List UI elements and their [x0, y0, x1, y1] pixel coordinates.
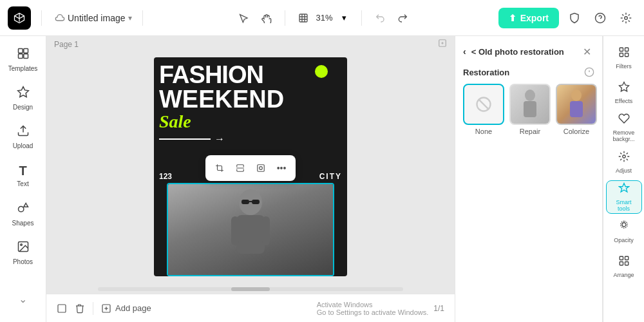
- topbar-divider: [41, 10, 42, 26]
- shield-icon-btn[interactable]: [564, 8, 585, 28]
- bottom-right: Activate WindowsGo to Settings to activa…: [317, 301, 444, 316]
- smart-tools-icon: [618, 182, 630, 197]
- help-icon-btn[interactable]: [590, 8, 611, 28]
- option-thumb-repair[interactable]: [509, 84, 551, 125]
- crop-btn[interactable]: [211, 159, 229, 177]
- photo-container[interactable]: [167, 183, 334, 276]
- fashion-number: 123: [159, 172, 172, 181]
- effects-icon: [618, 81, 630, 96]
- option-thumb-colorize[interactable]: [556, 84, 597, 125]
- left-sidebar: Templates Design Upload T Text Shapes: [0, 36, 46, 322]
- panel-close-btn[interactable]: ✕: [579, 44, 594, 59]
- more-btn[interactable]: •••: [272, 159, 290, 177]
- redo-btn[interactable]: [393, 8, 413, 28]
- delete-page-btn[interactable]: [75, 303, 85, 314]
- cloud-icon: [55, 13, 65, 23]
- person-silhouette: [225, 188, 276, 272]
- hand-tool-btn[interactable]: [256, 8, 277, 28]
- main-area: Templates Design Upload T Text Shapes: [0, 36, 644, 322]
- svg-rect-28: [524, 101, 536, 117]
- adjust-btn[interactable]: Adjust: [606, 146, 642, 179]
- fashion-sale: Sale: [159, 111, 342, 132]
- floating-toolbar: •••: [205, 155, 296, 181]
- svg-rect-0: [299, 14, 307, 22]
- restoration-option-colorize[interactable]: Colorize: [556, 84, 597, 135]
- svg-rect-14: [262, 216, 270, 245]
- sidebar-item-text[interactable]: T Text: [4, 157, 43, 193]
- canvas[interactable]: FASHION WEEKEND Sale → 123 CITY: [154, 57, 347, 276]
- close-icon: ✕: [583, 46, 591, 57]
- remove-bg-btn[interactable]: Removebackgr...: [606, 111, 642, 144]
- sidebar-item-photos[interactable]: Photos: [4, 234, 43, 270]
- none-circle-slash: [475, 95, 493, 113]
- zoom-dropdown-btn[interactable]: ▾: [336, 9, 354, 27]
- sidebar-expand-btn[interactable]: ⌄: [4, 281, 43, 317]
- arrange-btn[interactable]: Arrange: [606, 250, 642, 283]
- mask-btn[interactable]: [252, 159, 270, 177]
- flip-btn[interactable]: [231, 159, 249, 177]
- add-page-btn[interactable]: Add page: [101, 303, 151, 314]
- sidebar-item-shapes[interactable]: Shapes: [4, 196, 43, 232]
- canvas-scrollbar[interactable]: [46, 286, 455, 294]
- sidebar-item-upload[interactable]: Upload: [4, 118, 43, 155]
- canvas-wrapper[interactable]: FASHION WEEKEND Sale → 123 CITY: [46, 52, 455, 286]
- effects-btn[interactable]: Effects: [606, 76, 642, 109]
- sidebar-item-upload-label: Upload: [13, 142, 33, 149]
- topbar-tools: 31% ▾: [153, 8, 493, 28]
- sidebar-item-shapes-label: Shapes: [12, 220, 34, 227]
- svg-rect-4: [23, 48, 28, 53]
- upload-icon: [17, 124, 30, 140]
- svg-rect-18: [258, 165, 265, 172]
- text-icon: T: [19, 164, 26, 178]
- zoom-level: 31%: [316, 13, 333, 23]
- bottom-bar: Add page Activate WindowsGo to Settings …: [46, 294, 455, 322]
- filters-icon: [618, 46, 630, 61]
- right-panel: ‹ < Old photo restoration ✕ Restoration …: [455, 36, 603, 322]
- sidebar-item-templates[interactable]: Templates: [4, 41, 43, 77]
- canvas-scroll-icon: [438, 39, 447, 50]
- page-thumbnail-btn[interactable]: [57, 303, 67, 314]
- svg-rect-15: [242, 200, 249, 204]
- svg-point-36: [622, 155, 625, 158]
- smart-tools-btn[interactable]: Smarttools: [606, 180, 642, 214]
- frame-tool-btn[interactable]: [293, 8, 314, 28]
- document-title: Untitled image: [68, 13, 126, 23]
- svg-rect-33: [620, 53, 623, 57]
- svg-point-2: [625, 16, 628, 19]
- canvas-header: Page 1: [46, 36, 455, 52]
- right-icons-bar: Filters Effects Removebackgr... Adjust S…: [603, 36, 644, 322]
- bottom-bar-divider: [93, 302, 93, 315]
- export-button[interactable]: ⬆ Export: [498, 8, 559, 28]
- select-tool-btn[interactable]: [233, 8, 254, 28]
- document-title-area[interactable]: Untitled image ▾: [55, 13, 132, 23]
- restoration-option-repair[interactable]: Repair: [509, 84, 551, 135]
- tools-divider: [285, 10, 285, 26]
- fashion-city: CITY: [319, 172, 342, 181]
- zoom-divider: [361, 10, 362, 26]
- section-title-restoration: Restoration: [463, 67, 594, 77]
- section-info-icon[interactable]: [584, 67, 594, 77]
- opacity-btn[interactable]: Opacity: [606, 215, 642, 249]
- sidebar-item-text-label: Text: [17, 180, 28, 187]
- panel-header: ‹ < Old photo restoration ✕: [463, 44, 594, 59]
- templates-icon: [17, 47, 30, 63]
- arrange-label: Arrange: [613, 272, 634, 278]
- fashion-text-block: FASHION WEEKEND Sale →: [159, 62, 342, 145]
- filters-btn[interactable]: Filters: [606, 41, 642, 75]
- sidebar-item-design-label: Design: [13, 104, 33, 111]
- option-thumb-none[interactable]: [463, 84, 504, 125]
- settings-icon-btn[interactable]: [616, 8, 636, 28]
- option-label-none: None: [475, 128, 492, 135]
- svg-rect-40: [620, 262, 623, 265]
- svg-point-29: [571, 90, 582, 101]
- title-dropdown-icon[interactable]: ▾: [128, 14, 132, 23]
- svg-rect-32: [625, 48, 628, 51]
- sidebar-item-design[interactable]: Design: [4, 80, 43, 116]
- panel-back-btn[interactable]: ‹ < Old photo restoration: [463, 46, 564, 57]
- restoration-option-none[interactable]: None: [463, 84, 504, 135]
- svg-point-7: [18, 206, 23, 211]
- zoom-control: 31% ▾: [316, 9, 354, 27]
- undo-btn[interactable]: [370, 8, 390, 28]
- smart-tools-label: Smarttools: [616, 199, 631, 212]
- remove-bg-label: Removebackgr...: [612, 129, 634, 142]
